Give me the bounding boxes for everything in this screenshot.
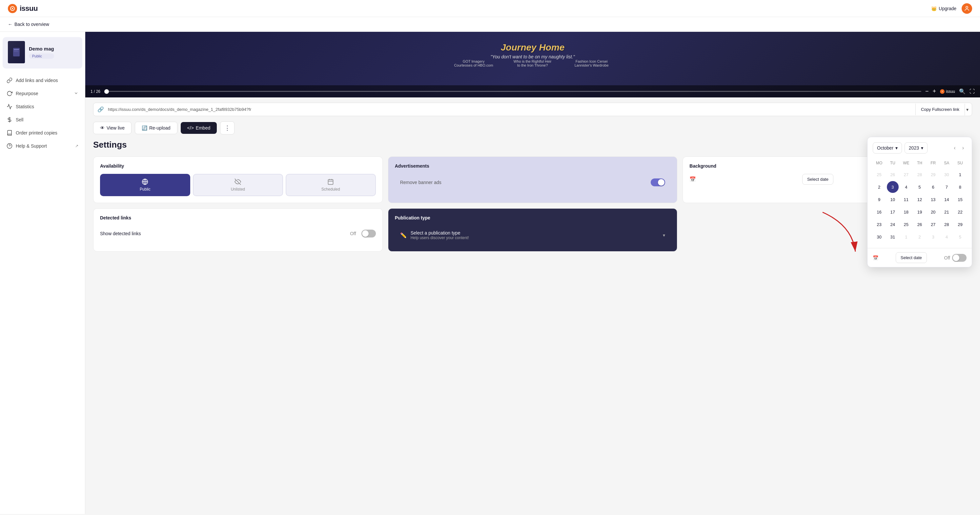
- calendar-days: 2526272829301234567891011121314151617181…: [873, 168, 967, 243]
- calendar-day[interactable]: 5: [914, 181, 926, 193]
- logo-icon: [8, 4, 17, 13]
- copy-fullscreen-button[interactable]: Copy Fullscreen link: [915, 104, 964, 115]
- sidebar-item-repurpose[interactable]: Repurpose: [0, 87, 85, 100]
- calendar-day[interactable]: 1: [900, 231, 912, 243]
- calendar-day[interactable]: 28: [914, 168, 926, 180]
- calendar-day[interactable]: 2: [914, 231, 926, 243]
- calendar-day[interactable]: 29: [954, 218, 966, 230]
- calendar-day[interactable]: 18: [900, 206, 912, 218]
- pub-info: Demo mag Public: [29, 46, 54, 59]
- user-avatar[interactable]: [962, 3, 972, 14]
- more-options-button[interactable]: ⋮: [220, 121, 234, 135]
- zoom-out-icon[interactable]: −: [925, 88, 929, 95]
- calendar-day[interactable]: 26: [887, 168, 899, 180]
- sidebar-item-statistics[interactable]: Statistics: [0, 100, 85, 113]
- calendar-day[interactable]: 29: [927, 168, 939, 180]
- remove-ads-toggle[interactable]: [651, 178, 665, 186]
- calendar-day[interactable]: 3: [927, 231, 939, 243]
- calendar-day[interactable]: 27: [927, 218, 939, 230]
- copy-dropdown-chevron[interactable]: ▾: [964, 104, 972, 116]
- calendar-day[interactable]: 13: [927, 194, 939, 205]
- main-content: Journey Home "You don't want to be on my…: [85, 32, 980, 514]
- page-info: 1 / 26: [91, 89, 100, 94]
- sidebar-item-add-links[interactable]: Add links and videos: [0, 74, 85, 87]
- calendar-grid: MO TU WE TH FR SA SU 2526272829301234567…: [867, 156, 972, 248]
- calendar-toggle[interactable]: [952, 254, 967, 262]
- help-icon: [6, 143, 13, 149]
- calendar-day[interactable]: 5: [954, 231, 966, 243]
- search-icon[interactable]: 🔍: [959, 88, 966, 94]
- upgrade-button[interactable]: 👑 Upgrade: [931, 6, 956, 11]
- availability-public[interactable]: Public: [100, 174, 190, 196]
- sidebar-item-sell[interactable]: Sell: [0, 113, 85, 126]
- page-slider[interactable]: [104, 91, 921, 92]
- preview-area: Journey Home "You don't want to be on my…: [85, 32, 980, 97]
- calendar-day[interactable]: 2: [873, 181, 885, 193]
- calendar-day[interactable]: 12: [914, 194, 926, 205]
- preview-bg: Journey Home "You don't want to be on my…: [85, 32, 980, 97]
- back-link[interactable]: ← Back to overview: [0, 17, 980, 32]
- preview-bottom-item-3: Fashion Icon Cersei Lannister's Wardrobe: [572, 59, 611, 67]
- next-month-button[interactable]: ›: [960, 144, 967, 152]
- year-chevron-icon: ▾: [921, 145, 923, 151]
- calendar-day[interactable]: 3: [887, 181, 899, 193]
- sidebar-item-help[interactable]: Help & Support ↗: [0, 140, 85, 153]
- pub-type-content: ✏️ Select a publication type Help users …: [400, 230, 469, 240]
- calendar-day[interactable]: 22: [954, 206, 966, 218]
- calendar-day[interactable]: 4: [941, 231, 953, 243]
- calendar-day[interactable]: 26: [914, 218, 926, 230]
- calendar-day[interactable]: 6: [927, 181, 939, 193]
- topnav: issuu 👑 Upgrade: [0, 0, 980, 17]
- availability-unlisted[interactable]: Unlisted: [193, 174, 283, 196]
- calendar-day[interactable]: 24: [887, 218, 899, 230]
- calendar-day[interactable]: 31: [887, 231, 899, 243]
- topnav-right: 👑 Upgrade: [931, 3, 972, 14]
- calendar-day[interactable]: 16: [873, 206, 885, 218]
- pub-type-select[interactable]: ✏️ Select a publication type Help users …: [395, 226, 671, 245]
- calendar-day[interactable]: 10: [887, 194, 899, 205]
- calendar-day[interactable]: 9: [873, 194, 885, 205]
- unlisted-label: Unlisted: [231, 187, 245, 192]
- calendar-select-date-button[interactable]: Select date: [896, 252, 927, 263]
- calendar-day[interactable]: 1: [954, 168, 966, 180]
- ads-row: Remove banner ads: [395, 174, 671, 191]
- detected-links-title: Detected links: [100, 215, 376, 221]
- detected-links-toggle[interactable]: [361, 230, 376, 237]
- calendar-day[interactable]: 30: [941, 168, 953, 180]
- calendar-day[interactable]: 4: [900, 181, 912, 193]
- re-upload-button[interactable]: 🔄 Re-upload: [135, 122, 177, 134]
- zoom-in-icon[interactable]: +: [932, 88, 936, 95]
- month-chevron-icon: ▾: [896, 145, 898, 151]
- calendar-day[interactable]: 19: [914, 206, 926, 218]
- view-live-button[interactable]: 👁 View live: [93, 122, 132, 134]
- calendar-day[interactable]: 25: [900, 218, 912, 230]
- calendar-day[interactable]: 14: [941, 194, 953, 205]
- calendar-day[interactable]: 17: [887, 206, 899, 218]
- fullscreen-icon[interactable]: ⛶: [969, 89, 975, 94]
- calendar-day[interactable]: 30: [873, 231, 885, 243]
- advertisements-card: Advertisements Remove banner ads: [388, 156, 678, 203]
- availability-scheduled[interactable]: Scheduled: [286, 174, 376, 196]
- sidebar-item-order-copies[interactable]: Order printed copies: [0, 126, 85, 140]
- calendar-day[interactable]: 20: [927, 206, 939, 218]
- calendar-day[interactable]: 8: [954, 181, 966, 193]
- calendar-day[interactable]: 7: [941, 181, 953, 193]
- calendar-day[interactable]: 15: [954, 194, 966, 205]
- calendar-day[interactable]: 21: [941, 206, 953, 218]
- prev-month-button[interactable]: ‹: [951, 144, 958, 152]
- calendar-year-select[interactable]: 2023 ▾: [905, 142, 928, 154]
- calendar-day[interactable]: 23: [873, 218, 885, 230]
- preview-controls: 1 / 26 − + i issuu 🔍 ⛶: [85, 85, 980, 97]
- logo[interactable]: issuu: [8, 4, 38, 13]
- calendar-day[interactable]: 27: [900, 168, 912, 180]
- pub-type-help: Help users discover your content!: [410, 235, 469, 240]
- select-date-button[interactable]: Select date: [802, 174, 834, 185]
- code-icon: </>: [187, 125, 194, 130]
- calendar-popup: October ▾ 2023 ▾ ‹ › MO TU WE TH: [867, 137, 972, 267]
- calendar-day-names: MO TU WE TH FR SA SU: [873, 159, 967, 167]
- calendar-month-select[interactable]: October ▾: [873, 142, 902, 154]
- embed-button[interactable]: </> Embed: [181, 122, 217, 134]
- calendar-day[interactable]: 28: [941, 218, 953, 230]
- calendar-day[interactable]: 11: [900, 194, 912, 205]
- calendar-day[interactable]: 25: [873, 168, 885, 180]
